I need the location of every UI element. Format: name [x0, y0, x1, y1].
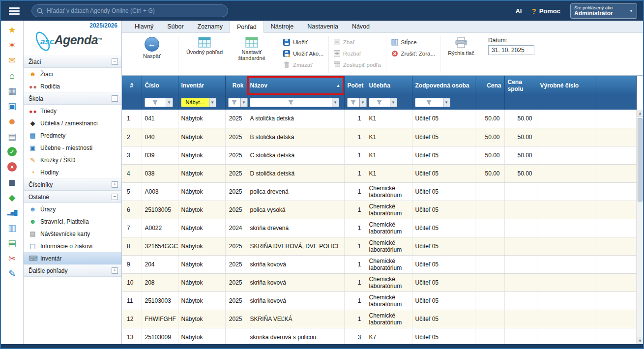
funnel-icon[interactable] — [347, 98, 360, 107]
cell-nazov[interactable]: skriňa kovová — [247, 255, 344, 273]
calendar-shortcut[interactable]: ▦ — [4, 85, 20, 97]
cell-num[interactable]: 13 — [122, 328, 142, 344]
funnel-icon[interactable] — [369, 98, 390, 107]
col-header-pocet[interactable]: Počet — [344, 76, 366, 95]
section-toggle-icon[interactable]: − — [112, 58, 118, 65]
sidebar-item-inventar[interactable]: ⌨Inventár — [24, 252, 121, 264]
cell-pocet[interactable]: 1 — [344, 164, 366, 182]
cell-osoba[interactable]: Učiteľ 05 — [412, 255, 475, 273]
cell-cislo[interactable]: 321654GGC — [142, 237, 178, 255]
col-header-vyrobne[interactable]: Výrobné číslo — [537, 76, 595, 95]
help-button[interactable]: ? Pomoc — [531, 7, 560, 15]
cell-cislo[interactable]: A003 — [142, 182, 178, 201]
table-row[interactable]: 3039Nábytok2025C stolička detská1K1Učite… — [122, 146, 637, 164]
cell-cena_spolu[interactable] — [504, 219, 537, 237]
cell-osoba[interactable]: Učiteľ 05 — [412, 310, 475, 328]
table-row[interactable]: 12FHWIFGHFNábytok2025SKRIŇA VEĽKÁ1Chemic… — [122, 310, 637, 328]
cell-cena[interactable]: 50.00 — [475, 110, 504, 128]
cell-pocet[interactable]: 1 — [344, 110, 366, 128]
table-row[interactable]: 625103005Nábytok2025polica vysoká1Chemic… — [122, 201, 637, 219]
sidebar-item-urazy[interactable]: ☻Úrazy — [24, 203, 121, 215]
cell-cislo[interactable]: 038 — [142, 164, 178, 182]
cell-nazov[interactable]: D stolička detská — [247, 164, 344, 182]
cell-cena[interactable] — [475, 237, 504, 255]
quick-print-button[interactable]: Rýchla tlač — [445, 37, 477, 56]
cell-cena[interactable] — [475, 182, 504, 201]
set-standard-button[interactable]: Nastaviť štandardné — [231, 37, 273, 72]
cell-ucebna[interactable]: K1 — [366, 110, 412, 128]
funnel-icon[interactable] — [250, 98, 332, 107]
cell-rok[interactable]: 2025 — [225, 273, 247, 291]
cell-inventar[interactable]: Nábytok — [178, 146, 225, 164]
keys-shortcut[interactable]: ✂ — [4, 252, 20, 264]
cell-osoba[interactable]: Učiteľ 05 — [412, 219, 475, 237]
filter-dropdown-icon[interactable]: ▼ — [390, 98, 397, 107]
filter-osoba[interactable]: ▼ — [415, 98, 472, 107]
cell-cislo[interactable]: 208 — [142, 273, 178, 291]
cell-cena_spolu[interactable] — [504, 273, 537, 291]
sidebar-section-ziaci[interactable]: Žiaci− — [24, 56, 121, 68]
col-header-inventar[interactable]: Inventár — [178, 76, 225, 95]
sidebar-item-stravnici-platitelia[interactable]: ☻Stravníci, Platitelia — [24, 215, 121, 228]
section-toggle-icon[interactable]: − — [112, 95, 118, 102]
cell-num[interactable]: 4 — [122, 164, 142, 182]
col-header-cena_spolu[interactable]: Cena spolu — [504, 76, 537, 95]
cell-vyrobne[interactable] — [537, 237, 595, 255]
columns-button[interactable]: Stĺpce — [391, 37, 436, 47]
cell-pocet[interactable]: 1 — [344, 255, 366, 273]
archive-shortcut[interactable]: ▤ — [4, 130, 20, 143]
cell-cena_spolu[interactable] — [504, 255, 537, 273]
search-input[interactable]: Hľadať v dátach Agendy Online (Ctrl + G) — [31, 4, 228, 17]
cell-osoba[interactable]: Učiteľ 05 — [412, 328, 475, 344]
cell-cena_spolu[interactable] — [504, 310, 537, 328]
cell-inventar[interactable]: Nábytok — [178, 255, 225, 273]
cell-cena_spolu[interactable]: 50.00 — [504, 110, 537, 128]
cell-pocet[interactable]: 3 — [344, 328, 366, 344]
cell-cena_spolu[interactable] — [504, 182, 537, 201]
cell-cena[interactable]: 50.00 — [475, 164, 504, 182]
cell-pocet[interactable]: 1 — [344, 146, 366, 164]
shield-shortcut[interactable]: ◆ — [4, 191, 20, 204]
cell-inventar[interactable]: Nábytok — [178, 219, 225, 237]
table-row[interactable]: 1325103009Nábytokskrinka dverová s polic… — [122, 328, 637, 344]
cell-cena[interactable]: 50.00 — [475, 128, 504, 146]
cancel-sort-button[interactable]: Zrušiť: Zora... — [391, 48, 436, 58]
cell-cislo[interactable]: 25103005 — [142, 201, 178, 219]
cell-num[interactable]: 7 — [122, 219, 142, 237]
filter-dropdown-icon[interactable]: ▼ — [332, 98, 339, 107]
sidebar-item-ziaci[interactable]: ☻Žiaci — [24, 68, 121, 80]
cell-inventar[interactable]: Nábytok — [178, 201, 225, 219]
cell-num[interactable]: 2 — [122, 128, 142, 146]
cell-vyrobne[interactable] — [537, 255, 595, 273]
cell-pocet[interactable]: 1 — [344, 291, 366, 310]
cell-nazov[interactable]: A stolička detská — [247, 110, 344, 128]
cell-ucebna[interactable]: Chemické laboratórium — [366, 255, 412, 273]
cell-ucebna[interactable]: Chemické laboratórium — [366, 219, 412, 237]
table-row[interactable]: 1125103003Nábytok2025skriňa kovová1Chemi… — [122, 291, 637, 310]
cell-vyrobne[interactable] — [537, 310, 595, 328]
filter-dropdown-icon[interactable]: ▼ — [443, 98, 450, 107]
table-row[interactable]: 5A003Nábytok2025polica drevená1Chemické … — [122, 182, 637, 201]
cell-num[interactable]: 5 — [122, 182, 142, 201]
col-header-rok[interactable]: Rok — [225, 76, 247, 95]
sidebar-item-predmety[interactable]: ▤Predmety — [24, 129, 121, 142]
table-row[interactable]: 10208Nábytok2025skriňa kovová1Chemické l… — [122, 273, 637, 291]
cell-cena_spolu[interactable]: 50.00 — [504, 164, 537, 182]
star-shortcut[interactable]: ★ — [4, 24, 20, 36]
sidebar-section-dalsie-pohlady[interactable]: Ďalšie pohľady+ — [24, 264, 121, 277]
cell-vyrobne[interactable] — [537, 291, 595, 310]
sidebar-item-kruzky-skd[interactable]: ✎Krúžky / ŠKD — [24, 154, 121, 166]
cell-osoba[interactable]: Učiteľ 05 — [412, 182, 475, 201]
cell-rok[interactable]: 2025 — [225, 310, 247, 328]
cell-num[interactable]: 6 — [122, 201, 142, 219]
school-year[interactable]: 2025/2026 — [24, 21, 121, 29]
cell-ucebna[interactable]: Chemické laboratórium — [366, 182, 412, 201]
cell-cena[interactable]: 50.00 — [475, 146, 504, 164]
cell-osoba[interactable]: Učiteľ 05 — [412, 237, 475, 255]
cell-ucebna[interactable]: Chemické laboratórium — [366, 201, 412, 219]
col-header-num[interactable]: # — [122, 76, 142, 95]
cell-vyrobne[interactable] — [537, 110, 595, 128]
cell-rok[interactable]: 2025 — [225, 164, 247, 182]
board-shortcut[interactable]: ▣ — [4, 100, 20, 112]
cell-inventar[interactable]: Nábytok — [178, 310, 225, 328]
